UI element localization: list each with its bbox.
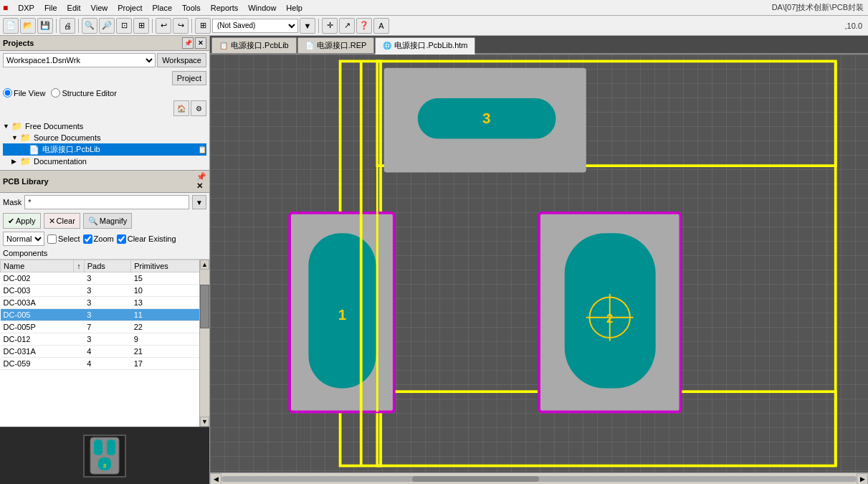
h-scroll-right-button[interactable]: ▶: [857, 473, 868, 485]
table-row[interactable]: DC-012 3 9: [1, 333, 209, 346]
cell-primitives: 13: [131, 297, 209, 309]
workspace-button[interactable]: Workspace: [157, 53, 206, 67]
left-panel: Projects 📌 ✕ Workspace1.DsnWrk Workspace…: [0, 36, 210, 484]
cursor-button[interactable]: ↗: [339, 18, 355, 34]
menu-item-file[interactable]: File: [40, 2, 62, 14]
undo-button[interactable]: ↩: [156, 18, 171, 34]
main-area: Projects 📌 ✕ Workspace1.DsnWrk Workspace…: [0, 36, 868, 484]
horizontal-scrollbar[interactable]: ◀ ▶: [210, 473, 868, 484]
select-checkbox[interactable]: [47, 234, 57, 244]
projects-header-buttons: 📌 ✕: [182, 37, 206, 49]
normal-combo[interactable]: Normal: [3, 232, 44, 246]
tree-documentation[interactable]: ▶ 📁 Documentation: [3, 156, 206, 167]
menu-item-window[interactable]: Window: [244, 2, 280, 14]
cell-primitives: 17: [131, 358, 209, 370]
mask-dropdown-button[interactable]: ▼: [192, 195, 206, 209]
structure-editor-radio[interactable]: [51, 88, 60, 98]
file-view-label[interactable]: File View: [3, 88, 45, 98]
components-table-scroll[interactable]: Name ↑ Pads Primitives DC-002 3 15 DC-00…: [0, 260, 209, 381]
table-row[interactable]: DC-005 3 11: [1, 309, 209, 321]
grid-button[interactable]: ⊞: [195, 18, 211, 34]
print-button[interactable]: 🖨: [59, 18, 75, 34]
zoom-out-button[interactable]: 🔎: [99, 18, 115, 34]
cell-name: DC-031A: [1, 346, 74, 358]
toolbar-separator-4: [191, 19, 192, 33]
documentation-label: Documentation: [34, 157, 87, 166]
apply-button[interactable]: ✔ Apply: [3, 213, 41, 229]
table-row[interactable]: DC-059 4 17: [1, 358, 209, 370]
tab-htm[interactable]: 🌐 电源接口.PcbLib.htm: [375, 37, 475, 54]
cell-sort: [74, 297, 85, 309]
h-scroll-thumb[interactable]: [412, 476, 539, 482]
crosshair-button[interactable]: ✛: [322, 18, 338, 34]
zoom-in-button[interactable]: 🔍: [82, 18, 97, 34]
save-button[interactable]: 💾: [37, 18, 53, 34]
menu-item-project[interactable]: Project: [113, 2, 146, 14]
table-row[interactable]: DC-003 3 10: [1, 285, 209, 297]
panel-resize-handle[interactable]: [207, 36, 211, 484]
redo-button[interactable]: ↪: [173, 18, 189, 34]
col-name[interactable]: Name: [1, 260, 74, 272]
table-row[interactable]: DC-002 3 15: [1, 272, 209, 285]
pcb-library-title: PCB Library: [3, 177, 196, 186]
mask-input[interactable]: [24, 195, 189, 209]
zoom-checkbox-label[interactable]: Zoom: [83, 234, 114, 244]
apply-label: Apply: [16, 217, 36, 225]
open-button[interactable]: 📂: [20, 18, 36, 34]
clear-button[interactable]: ✕ Clear: [44, 213, 80, 229]
main-toolbar: 📄 📂 💾 🖨 🔍 🔎 ⊡ ⊞ ↩ ↪ ⊞ (Not Saved) ▼ ✛ ↗ …: [0, 16, 868, 36]
components-table: Name ↑ Pads Primitives DC-002 3 15 DC-00…: [0, 260, 209, 370]
project-button[interactable]: Project: [172, 71, 206, 85]
new-button[interactable]: 📄: [3, 18, 19, 34]
menu-item-edit[interactable]: Edit: [63, 2, 85, 14]
config-button[interactable]: ⚙: [191, 100, 206, 116]
tab-htm-icon: 🌐: [383, 42, 391, 49]
tree-pcblib-file[interactable]: 📄 电源接口.PcbLib 📋: [3, 143, 206, 156]
pcblib-status-icon: 📋: [198, 146, 206, 153]
table-row[interactable]: DC-031A 4 21: [1, 346, 209, 358]
col-pads[interactable]: Pads: [84, 260, 130, 272]
zoom-checkbox[interactable]: [83, 234, 92, 244]
tab-pcblib[interactable]: 📋 电源接口.PcbLib: [211, 37, 297, 53]
col-primitives[interactable]: Primitives: [131, 260, 209, 272]
col-sort-icon[interactable]: ↑: [74, 260, 85, 272]
menu-item-view[interactable]: View: [87, 2, 113, 14]
view-mode-row: File View Structure Editor: [0, 87, 209, 99]
table-row[interactable]: DC-005P 7 22: [1, 321, 209, 333]
cell-primitives: 11: [131, 309, 209, 321]
mask-row: Mask ▼: [0, 193, 209, 212]
pcb-canvas-area[interactable]: 3 1 2: [210, 54, 868, 473]
cell-primitives: 21: [131, 346, 209, 358]
menu-item-dxp[interactable]: DXP: [14, 2, 39, 14]
h-scroll-track[interactable]: [221, 476, 857, 482]
menu-item-help[interactable]: Help: [282, 2, 307, 14]
projects-close-button[interactable]: ✕: [195, 37, 206, 49]
select-checkbox-label[interactable]: Select: [47, 234, 80, 244]
not-saved-combo[interactable]: (Not Saved): [212, 19, 298, 33]
menu-item-reports[interactable]: Reports: [206, 2, 243, 14]
menu-item-tools[interactable]: Tools: [178, 2, 205, 14]
pcb-lib-pin-button[interactable]: 📌: [196, 172, 206, 181]
structure-editor-label[interactable]: Structure Editor: [51, 88, 116, 98]
workspace-combo[interactable]: Workspace1.DsnWrk: [3, 53, 156, 67]
table-row[interactable]: DC-003A 3 13: [1, 297, 209, 309]
combo-arrow[interactable]: ▼: [300, 18, 315, 34]
tab-rep-icon: 📄: [305, 42, 314, 49]
help-cursor-button[interactable]: ❓: [356, 18, 372, 34]
zoom-fit-button[interactable]: ⊡: [116, 18, 132, 34]
menu-item-place[interactable]: Place: [148, 2, 176, 14]
tab-rep[interactable]: 📄 电源接口.REP: [297, 37, 375, 53]
projects-pin-button[interactable]: 📌: [182, 37, 194, 49]
file-view-radio[interactable]: [3, 88, 12, 98]
zoom-area-button[interactable]: ⊞: [133, 18, 149, 34]
clear-existing-checkbox[interactable]: [117, 234, 126, 244]
magnify-button[interactable]: 🔍 Magnify: [83, 213, 133, 229]
h-scroll-left-button[interactable]: ◀: [210, 473, 221, 485]
tab-htm-label: 电源接口.PcbLib.htm: [394, 40, 467, 51]
text-button[interactable]: A: [373, 18, 389, 34]
clear-existing-checkbox-label[interactable]: Clear Existing: [117, 234, 176, 244]
pcb-lib-close-button[interactable]: ✕: [196, 181, 206, 191]
tree-source-documents[interactable]: ▼ 📁 Source Documents: [3, 132, 206, 143]
home-view-button[interactable]: 🏠: [173, 100, 189, 116]
tree-free-documents[interactable]: ▼ 📁 Free Documents: [3, 120, 206, 132]
